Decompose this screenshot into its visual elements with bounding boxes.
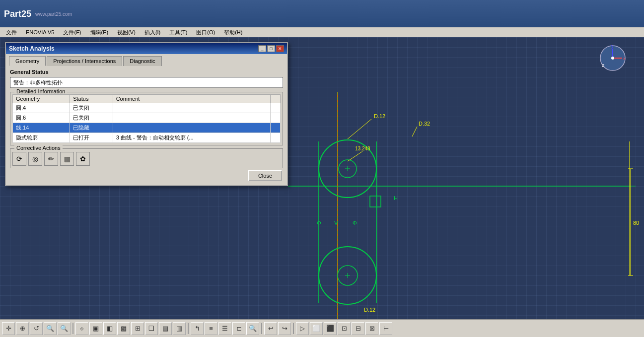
toolbar-btn-center[interactable]: ⊕ xyxy=(16,322,29,335)
dialog-restore-button[interactable]: □ xyxy=(267,45,275,52)
toolbar-btn-view6[interactable]: ▤ xyxy=(159,322,172,335)
table-row[interactable]: 线.14已隐藏 xyxy=(13,123,281,133)
action-btn-2[interactable]: ◎ xyxy=(28,152,42,166)
cell-status: 已关闭 xyxy=(70,103,113,113)
geometry-table: Geometry Status Comment 圆.4已关闭圆.6已关闭线.14… xyxy=(12,94,281,143)
status-message: 警告：非多样性拓扑 xyxy=(10,77,283,88)
action-btn-4[interactable]: ▦ xyxy=(60,152,74,166)
toolbar-btn-rotate[interactable]: ↺ xyxy=(30,322,43,335)
cell-extra xyxy=(271,133,281,143)
cell-extra xyxy=(271,113,281,123)
svg-rect-7 xyxy=(370,196,381,207)
menu-enovia[interactable]: ENOVIA V5 xyxy=(22,28,58,36)
cell-status: 已隐藏 xyxy=(70,123,113,133)
toolbar-btn-view2[interactable]: ◧ xyxy=(103,322,116,335)
menu-view[interactable]: 视图(V) xyxy=(113,28,140,37)
toolbar-btn-snap6[interactable]: ⊠ xyxy=(365,322,378,335)
svg-text:Φ: Φ xyxy=(317,220,321,226)
dialog-title: Sketch Analysis xyxy=(9,45,55,52)
svg-text:13.248: 13.248 xyxy=(355,146,370,151)
svg-text:H: H xyxy=(394,195,398,201)
corrective-actions-group: Corrective Actions ⟳ ◎ ✏ ▦ ✿ xyxy=(10,148,283,168)
table-row[interactable]: 隐式轮廓已打开3 曲线 - 警告：自动相交轮廓 (... xyxy=(13,133,281,143)
app-titlebar: Part25 www.part25.com xyxy=(0,0,644,27)
action-btn-3[interactable]: ✏ xyxy=(44,152,58,166)
toolbar-btn-zoom-in[interactable]: 🔍 xyxy=(58,322,71,335)
svg-text:Z: Z xyxy=(602,63,605,68)
svg-text:y: y xyxy=(611,45,614,49)
toolbar-btn-snap3[interactable]: ⬛ xyxy=(324,322,337,335)
toolbar-btn-redo[interactable]: ↪ xyxy=(278,322,291,335)
toolbar-btn-view1[interactable]: ▣ xyxy=(89,322,102,335)
action-buttons: ⟳ ◎ ✏ ▦ ✿ xyxy=(12,151,281,166)
toolbar-btn-view5[interactable]: ❑ xyxy=(145,322,158,335)
toolbar-btn-view7[interactable]: ▥ xyxy=(173,322,186,335)
table-row[interactable]: 圆.4已关闭 xyxy=(13,103,281,113)
toolbar-btn-move[interactable]: ✛ xyxy=(2,322,15,335)
menu-tools[interactable]: 工具(T) xyxy=(165,28,191,37)
toolbar-btn-snap1[interactable]: ▷ xyxy=(296,322,309,335)
tab-projections[interactable]: Projections / Intersections xyxy=(47,56,122,66)
svg-text:D.12: D.12 xyxy=(374,113,385,119)
cell-comment: 3 曲线 - 警告：自动相交轮廓 (... xyxy=(113,133,270,143)
dialog-close-button[interactable]: ✕ xyxy=(276,45,284,52)
svg-point-36 xyxy=(611,57,614,60)
menu-insert[interactable]: 插入(I) xyxy=(141,28,164,37)
svg-text:x: x xyxy=(623,56,626,61)
toolbar-sep-2 xyxy=(188,323,189,334)
cell-extra xyxy=(271,103,281,113)
toolbar-btn-fit[interactable]: ⟐ xyxy=(75,322,88,335)
toolbar-sep-3 xyxy=(261,323,262,334)
main-area: D.12 D.32 13.248 80 D.12 Φ V Φ H xyxy=(0,37,644,337)
toolbar-btn-tool1[interactable]: ↰ xyxy=(191,322,204,335)
menu-edit[interactable]: 编辑(E) xyxy=(86,28,113,37)
col-geometry: Geometry xyxy=(13,95,70,103)
general-status-label: General Status xyxy=(10,69,283,75)
col-extra xyxy=(271,95,281,103)
toolbar-btn-snap2[interactable]: ⬜ xyxy=(310,322,323,335)
toolbar-btn-undo[interactable]: ↩ xyxy=(264,322,277,335)
app-logo: Part25 xyxy=(4,9,31,19)
menu-file[interactable]: 文件 xyxy=(2,28,21,37)
detailed-info-group: Detailed Information Geometry Status Com… xyxy=(10,92,283,145)
svg-line-18 xyxy=(348,151,362,161)
svg-line-14 xyxy=(348,119,371,139)
cell-status: 已打开 xyxy=(70,133,113,143)
toolbar-btn-tool2[interactable]: ≡ xyxy=(205,322,217,335)
toolbar-btn-snap7[interactable]: ⊢ xyxy=(379,322,392,335)
action-btn-1[interactable]: ⟳ xyxy=(12,152,26,166)
toolbar-btn-zoom-out[interactable]: 🔍 xyxy=(44,322,57,335)
svg-text:V: V xyxy=(334,220,338,226)
toolbar-sep-4 xyxy=(293,323,294,334)
cell-status: 已关闭 xyxy=(70,113,113,123)
action-btn-5[interactable]: ✿ xyxy=(76,152,90,166)
dialog-body: General Status 警告：非多样性拓扑 Detailed Inform… xyxy=(6,66,287,185)
cell-comment xyxy=(113,123,270,133)
col-status: Status xyxy=(70,95,113,103)
menu-file2[interactable]: 文件(F) xyxy=(59,28,85,37)
col-comment: Comment xyxy=(113,95,270,103)
corrective-actions-label: Corrective Actions xyxy=(14,145,63,151)
toolbar-btn-snap5[interactable]: ⊟ xyxy=(352,322,364,335)
menu-window[interactable]: 图口(O) xyxy=(192,28,219,37)
toolbar-btn-tool3[interactable]: ☰ xyxy=(218,322,231,335)
cell-geometry: 线.14 xyxy=(13,123,70,133)
tab-diagnostic[interactable]: Diagnostic xyxy=(123,56,161,66)
toolbar-btn-snap4[interactable]: ⊡ xyxy=(338,322,351,335)
table-row[interactable]: 圆.6已关闭 xyxy=(13,113,281,123)
cell-geometry: 圆.6 xyxy=(13,113,70,123)
cell-extra xyxy=(271,123,281,133)
toolbar-btn-view4[interactable]: ⊞ xyxy=(131,322,144,335)
toolbar-btn-view3[interactable]: ▩ xyxy=(117,322,130,335)
cell-comment xyxy=(113,103,270,113)
close-dialog-button[interactable]: Close xyxy=(248,170,282,181)
tab-geometry[interactable]: Geometry xyxy=(9,56,46,66)
toolbar-sep-1 xyxy=(72,323,73,334)
toolbar-btn-tool4[interactable]: ⊏ xyxy=(232,322,245,335)
menu-help[interactable]: 帮助(H) xyxy=(220,28,246,37)
dialog-minimize-button[interactable]: _ xyxy=(258,45,266,52)
cell-geometry: 圆.4 xyxy=(13,103,70,113)
toolbar-btn-search[interactable]: 🔍 xyxy=(246,322,259,335)
detailed-info-label: Detailed Information xyxy=(14,88,67,94)
sketch-analysis-dialog: Sketch Analysis _ □ ✕ Geometry Projectio… xyxy=(5,42,288,186)
